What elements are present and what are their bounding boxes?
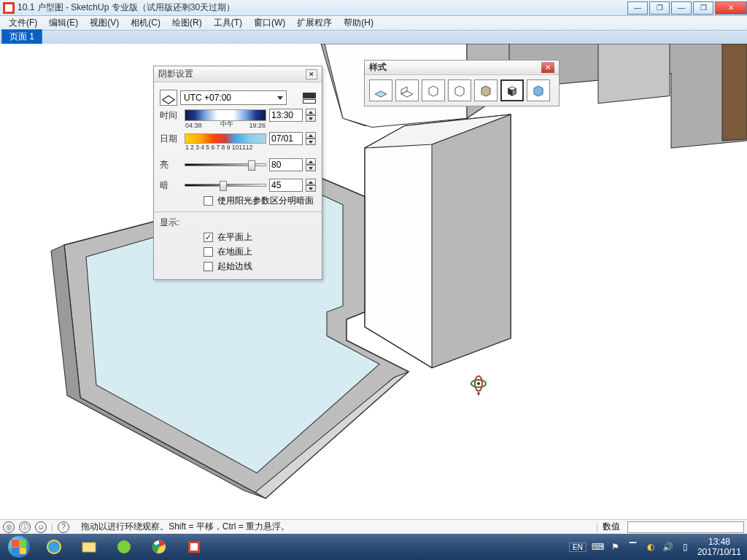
svg-marker-15 — [477, 392, 480, 396]
panel-menu-icon[interactable] — [303, 93, 316, 104]
timezone-select[interactable]: UTC +07:00 — [180, 90, 287, 105]
taskbar-chrome-icon[interactable] — [142, 536, 176, 558]
taskbar-ie-icon[interactable] — [37, 536, 71, 558]
bright-spinner[interactable] — [306, 158, 316, 171]
menubar: 文件(F) 编辑(E) 视图(V) 相机(C) 绘图(R) 工具(T) 窗口(W… — [0, 16, 747, 31]
menu-file[interactable]: 文件(F) — [3, 15, 43, 31]
menu-extensions[interactable]: 扩展程序 — [291, 15, 338, 31]
shadow-panel-title: 阴影设置 — [158, 68, 306, 80]
shadow-settings-panel[interactable]: 阴影设置 ✕ UTC +07:00 时间 04:38 中午 19:26 13:3… — [153, 66, 322, 280]
time-label: 时间 — [160, 109, 182, 122]
svg-marker-18 — [401, 91, 413, 97]
style-swatch-7[interactable] — [527, 79, 550, 101]
dark-spinner[interactable] — [306, 179, 316, 192]
style-swatch-4[interactable] — [448, 79, 471, 101]
svg-marker-26 — [534, 86, 543, 96]
tray-clock[interactable]: 13:48 2017/10/11 — [697, 537, 741, 558]
tray-keyboard-icon[interactable]: ⌨ — [592, 541, 604, 553]
svg-rect-33 — [190, 543, 198, 551]
dark-input[interactable]: 45 — [269, 179, 303, 192]
from-edges-label: 起始边线 — [217, 260, 252, 273]
from-edges-checkbox[interactable] — [204, 262, 213, 271]
tray-volume-icon[interactable]: 🔊 — [662, 541, 674, 553]
use-sun-label: 使用阳光参数区分明暗面 — [217, 195, 314, 207]
svg-marker-6 — [432, 114, 511, 368]
scene-tab-1[interactable]: 页面 1 — [1, 29, 42, 44]
start-button[interactable] — [1, 535, 36, 559]
svg-point-29 — [117, 540, 131, 553]
shadow-panel-titlebar[interactable]: 阴影设置 ✕ — [154, 66, 322, 82]
bright-input[interactable]: 80 — [269, 158, 303, 171]
on-faces-checkbox[interactable] — [204, 233, 213, 242]
style-swatch-6[interactable] — [500, 79, 524, 101]
windows-taskbar: EN ⌨ ⚑ ▔ ◐ 🔊 ▯ 13:48 2017/10/11 — [0, 534, 747, 560]
date-label: 日期 — [160, 133, 182, 145]
menu-help[interactable]: 帮助(H) — [338, 15, 379, 31]
svg-marker-17 — [375, 91, 387, 97]
on-faces-label: 在平面上 — [217, 231, 252, 244]
svg-rect-28 — [82, 542, 96, 552]
bright-slider[interactable] — [185, 163, 266, 166]
model-viewport[interactable] — [0, 44, 747, 521]
status-hint: 拖动以进行环绕观察。Shift = 平移，Ctrl = 重力悬浮。 — [81, 521, 592, 533]
style-swatch-3[interactable] — [422, 79, 445, 101]
dark-slider[interactable] — [185, 184, 266, 187]
date-input[interactable]: 07/01 — [269, 132, 303, 145]
status-icon-1[interactable]: ◎ — [3, 521, 15, 533]
svg-marker-16 — [163, 96, 175, 104]
menu-draw[interactable]: 绘图(R) — [166, 15, 208, 31]
close-button[interactable]: ✕ — [715, 1, 747, 15]
tray-update-icon[interactable]: ◐ — [645, 541, 657, 553]
taskbar-explorer-icon[interactable] — [72, 536, 106, 558]
style-swatch-1[interactable] — [369, 79, 392, 101]
style-swatch-2[interactable] — [395, 79, 419, 101]
minimize-button-2[interactable]: — — [671, 1, 692, 15]
styles-panel-close-icon[interactable]: ✕ — [541, 62, 554, 73]
svg-marker-19 — [401, 87, 407, 94]
styles-panel-titlebar[interactable]: 样式 ✕ — [365, 61, 559, 75]
tray-network-icon[interactable]: ▔ — [627, 541, 639, 553]
styles-panel-title: 样式 — [369, 61, 541, 74]
menu-window[interactable]: 窗口(W) — [248, 15, 291, 31]
dropdown-arrow-icon — [277, 96, 283, 100]
menu-tools[interactable]: 工具(T) — [208, 15, 248, 31]
status-icon-3[interactable]: ☺ — [35, 521, 47, 533]
measurements-input[interactable] — [627, 521, 744, 533]
minimize-button[interactable]: — — [627, 1, 648, 15]
svg-marker-22 — [481, 86, 490, 96]
tray-flag-icon[interactable]: ⚑ — [610, 541, 622, 553]
date-spinner[interactable] — [306, 132, 316, 145]
help-icon[interactable]: ? — [58, 521, 69, 533]
menu-view[interactable]: 视图(V) — [84, 15, 125, 31]
use-sun-checkbox[interactable] — [204, 196, 213, 206]
bright-label: 亮 — [160, 159, 182, 171]
time-spinner[interactable] — [306, 109, 316, 122]
date-slider[interactable]: 1 2 3 4 5 6 7 8 9 101112 — [185, 133, 266, 144]
taskbar-sketchup-icon[interactable] — [177, 536, 211, 558]
menu-edit[interactable]: 编辑(E) — [43, 15, 84, 31]
svg-point-27 — [47, 540, 61, 553]
timezone-value: UTC +07:00 — [184, 93, 231, 103]
shadow-panel-close-icon[interactable]: ✕ — [306, 69, 317, 79]
maximize-button[interactable]: ❐ — [693, 1, 713, 15]
svg-marker-4 — [722, 44, 747, 141]
style-swatch-5[interactable] — [474, 79, 498, 101]
system-tray: EN ⌨ ⚑ ▔ ◐ 🔊 ▯ 13:48 2017/10/11 — [565, 537, 746, 558]
time-slider[interactable]: 04:38 中午 19:26 — [185, 109, 266, 121]
svg-marker-20 — [429, 86, 438, 96]
menu-camera[interactable]: 相机(C) — [125, 15, 166, 31]
styles-panel[interactable]: 样式 ✕ — [364, 60, 560, 106]
status-icon-2[interactable]: ⓘ — [19, 521, 31, 533]
on-ground-checkbox[interactable] — [204, 247, 213, 257]
shadow-toggle-icon[interactable] — [160, 90, 177, 106]
time-input[interactable]: 13:30 — [269, 109, 303, 122]
tray-battery-icon[interactable]: ▯ — [680, 541, 692, 553]
taskbar-app-icon[interactable] — [107, 536, 141, 558]
restore-button[interactable]: ❐ — [649, 1, 670, 15]
window-titlebar: 10.1 户型图 - SketchUp 专业版（试用版还剩30天过期） — ❐ … — [0, 0, 747, 16]
svg-marker-21 — [455, 86, 464, 96]
svg-point-14 — [477, 382, 480, 385]
app-icon — [3, 2, 15, 14]
vcb-label: 数值 — [603, 521, 620, 533]
language-indicator[interactable]: EN — [569, 542, 587, 552]
